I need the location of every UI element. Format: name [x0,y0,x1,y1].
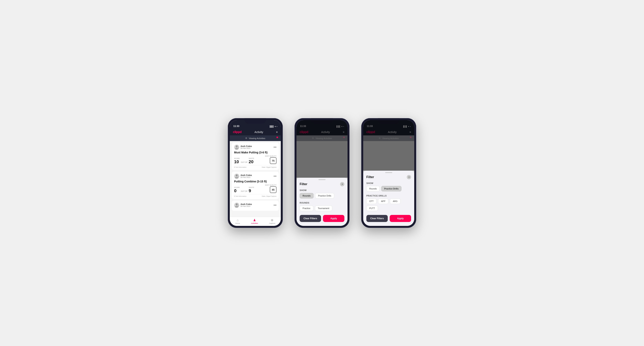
user-meta-3: Josh Coles 28 Feb 2023 [240,203,252,207]
card-header-1: Josh Coles 28 Feb 2023 ••• [234,145,276,150]
user-meta-1: Josh Coles 28 Feb 2023 [240,145,252,149]
filter-overlay-3: Filter ✕ Show Rounds Practice Drills Pra… [363,120,414,226]
show-section-3: Show Rounds Practice Drills [363,181,414,193]
user-meta-2: Josh Coles 28 Feb 2023 [240,174,252,178]
info-icon-1: ℹ [234,166,235,168]
close-filter-3[interactable]: ✕ [407,175,411,179]
user-info-2: Josh Coles 28 Feb 2023 [234,173,252,179]
nav-capture-1[interactable]: ⊕ Capture [269,218,275,224]
filter-title-3: Filter [366,175,374,179]
show-label-2: Show [300,189,344,191]
show-buttons-3: Rounds Practice Drills [366,186,411,191]
activity-card-3: Josh Coles 28 Feb 2023 ••• [232,201,279,211]
user-date-1: 28 Feb 2023 [240,147,252,149]
avatar-2 [234,173,239,179]
drill-app-btn[interactable]: APP [378,198,388,204]
apply-btn-2[interactable]: Apply [323,215,344,222]
rounds-section-2: Rounds Practice Tournament [296,200,348,213]
shot-quality-badge-1: 75 [270,157,276,164]
card-footer-1: ℹ Test Information Data: Clippd Capture [234,165,276,168]
score-stat-2: Score 0 [234,186,240,193]
clear-filters-btn-3[interactable]: Clear Filters [366,215,388,222]
clear-filters-btn-2[interactable]: Clear Filters [300,215,321,222]
user-name-2: Josh Coles [240,174,252,176]
sheet-actions-3: Clear Filters Apply [363,213,414,222]
viewing-bar-text-1: Viewing Activities [249,137,265,140]
out-of-1: OUT OF [241,161,248,163]
nav-home-1[interactable]: ⌂ Home [235,218,240,224]
notification-dot-1 [276,137,278,138]
filter-sheet-3: Filter ✕ Show Rounds Practice Drills Pra… [363,171,414,226]
phone-1: 11:33 ▌▌▌ ▾ ▪ clippd Activity ≡ ⚙ Viewin… [228,118,283,228]
rounds-buttons-2: Practice Tournament [300,205,344,211]
show-label-3: Show [366,182,411,184]
footer-info-1: ℹ Test Information [234,166,246,168]
filter-icon-1: ⚙ [245,137,247,140]
score-value-2: 0 [234,189,240,193]
card-header-3: Josh Coles 28 Feb 2023 ••• [234,203,276,208]
drill-putt-btn[interactable]: PUTT [366,205,378,211]
sheet-header-2: Filter ✕ [296,180,348,188]
viewing-bar-1[interactable]: ⚙ Viewing Activities [230,135,281,141]
app-header-1: clippd Activity ≡ [230,129,281,135]
card-title-2: Putting Combine (3-15 ft) [234,180,276,183]
shot-quality-stat-1: Shot Quality 75 [265,155,276,164]
avatar-3 [234,203,239,208]
more-options-2[interactable]: ••• [274,174,276,178]
score-value-1: 10 [234,160,240,164]
drills-buttons-3: OTT APP ARG PUTT [366,198,411,211]
card-footer-2: ℹ Test Information Data: Clippd Capture [234,194,276,197]
drill-arg-btn[interactable]: ARG [390,198,400,204]
phone-2-screen: 11:33 ▌▌▌ ▾ ▪ clippd Activity ≡ ⚙ Viewin… [296,120,348,226]
close-filter-2[interactable]: ✕ [340,182,344,186]
show-section-2: Show Rounds Practice Drills [296,188,348,200]
shot-quality-badge-2: 45 [270,186,276,193]
activity-list: Josh Coles 28 Feb 2023 ••• Must Make Put… [230,141,281,217]
more-options-1[interactable]: ••• [274,146,276,149]
activities-icon: ♟ [253,218,256,222]
capture-label: Capture [269,222,275,224]
more-options-3[interactable]: ••• [274,203,276,207]
show-rounds-btn-2[interactable]: Rounds [300,193,314,198]
user-info-1: Josh Coles 28 Feb 2023 [234,145,252,150]
shots-stat-2: Shots 9 [248,186,254,193]
user-name-1: Josh Coles [240,145,252,147]
show-drills-btn-2[interactable]: Practice Drills [315,193,334,198]
menu-icon-1[interactable]: ≡ [276,131,278,134]
footer-data-2: Data: Clippd Capture [262,195,276,197]
stats-row-1: Score 10 OUT OF Shots 20 Shot Quality 75 [234,155,276,164]
shots-stat-1: Shots 20 [248,158,254,164]
wifi-icon: ▾ [275,125,276,128]
nav-activities-1[interactable]: ♟ Activities [251,218,258,224]
phone-2: 11:33 ▌▌▌ ▾ ▪ clippd Activity ≡ ⚙ Viewin… [294,118,350,228]
rounds-label-2: Rounds [300,202,344,204]
signal-icon: ▌▌▌ [270,125,274,128]
shots-value-2: 9 [248,189,254,193]
drill-ott-btn[interactable]: OTT [366,198,376,204]
phone-1-screen: 11:33 ▌▌▌ ▾ ▪ clippd Activity ≡ ⚙ Viewin… [230,120,281,226]
phone-3-screen: 11:33 ▌▌▌ ▾ ▪ clippd Activity ≡ ⚙ Viewin… [363,120,414,226]
apply-btn-3[interactable]: Apply [390,215,411,222]
rounds-practice-btn-2[interactable]: Practice [300,205,313,211]
status-icons-1: ▌▌▌ ▾ ▪ [270,125,277,128]
card-title-1: Must Make Putting (3-6 ft) [234,151,276,154]
rounds-tournament-btn-2[interactable]: Tournament [315,205,332,211]
header-title-1: Activity [254,131,263,134]
score-stat-1: Score 10 [234,158,240,164]
user-name-3: Josh Coles [240,203,252,205]
show-drills-btn-3[interactable]: Practice Drills [381,186,402,191]
overlay-dim-2 [296,120,348,178]
show-buttons-2: Rounds Practice Drills [300,193,344,198]
capture-icon: ⊕ [271,218,273,222]
drills-section-3: Practice Drills OTT APP ARG PUTT [363,193,414,213]
filter-overlay-2: Filter ✕ Show Rounds Practice Drills Rou… [296,120,348,226]
phone-3: 11:33 ▌▌▌ ▾ ▪ clippd Activity ≡ ⚙ Viewin… [361,118,416,228]
out-of-2: OUT OF [241,190,248,192]
activity-card-2: Josh Coles 28 Feb 2023 ••• Putting Combi… [232,172,279,199]
home-label: Home [235,222,240,224]
shots-value-1: 20 [248,160,254,164]
show-rounds-btn-3[interactable]: Rounds [366,186,380,191]
notch [244,118,266,124]
info-icon-2: ℹ [234,195,235,197]
battery-icon: ▪ [276,125,277,128]
